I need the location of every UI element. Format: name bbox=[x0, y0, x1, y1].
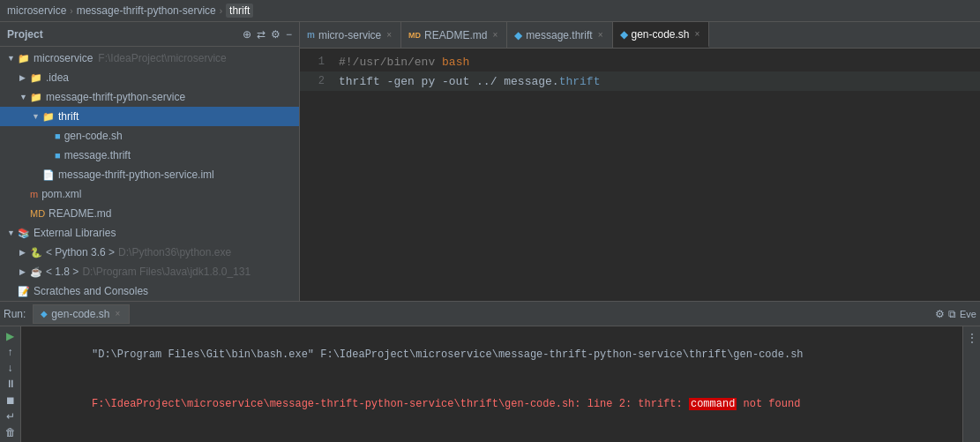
scroll-down-button[interactable]: ↓ bbox=[3, 362, 19, 374]
editor-area: m micro-service × MD README.md × ◆ messa… bbox=[300, 22, 980, 301]
settings-icon[interactable]: ⚙ bbox=[271, 28, 281, 41]
tab-close-micro-service[interactable]: × bbox=[385, 29, 393, 41]
tab-readme[interactable]: MD README.md × bbox=[401, 22, 507, 48]
line-num-1: 1 bbox=[300, 56, 335, 68]
tree-item-iml[interactable]: 📄 message-thrift-python-service.iml bbox=[0, 165, 299, 184]
tab-bar: m micro-service × MD README.md × ◆ messa… bbox=[300, 22, 980, 49]
breadcrumb-thrift[interactable]: thrift bbox=[226, 4, 253, 18]
tree-label-iml: message-thrift-python-service.iml bbox=[58, 169, 214, 181]
clear-button[interactable]: 🗑 bbox=[3, 426, 19, 438]
tab-message-thrift[interactable]: ◆ message.thrift × bbox=[507, 22, 612, 48]
run-error-highlight: command bbox=[689, 398, 737, 410]
arrow-ext-libs bbox=[7, 228, 16, 237]
breadcrumb-sep-1: › bbox=[70, 6, 72, 16]
tree-item-message-thrift[interactable]: ■ message.thrift bbox=[0, 146, 299, 165]
tree-path-java: D:\Program Files\Java\jdk1.8.0_131 bbox=[82, 266, 251, 278]
scroll-up-button[interactable]: ↑ bbox=[3, 346, 19, 358]
run-panel: Run: ◆ gen-code.sh × ⚙ ⧉ Eve ▶ ↑ ↓ ⏸ ⏹ ↵ bbox=[0, 301, 980, 442]
arrow-msg-thrift bbox=[19, 93, 28, 101]
content-area: Project ⊕ ⇄ ⚙ − 📁 microservice F:\IdeaPr… bbox=[0, 22, 980, 301]
run-line-1: "D:\Program Files\Git\bin\bash.exe" F:\I… bbox=[28, 330, 955, 379]
collapse-icon[interactable]: ⇄ bbox=[257, 28, 266, 41]
breadcrumb-microservice[interactable]: microservice bbox=[7, 4, 66, 17]
run-tab-left: Run: ◆ gen-code.sh × bbox=[4, 304, 130, 324]
tab-label-readme: README.md bbox=[424, 29, 487, 41]
run-text-area[interactable]: "D:\Program Files\Git\bin\bash.exe" F:\I… bbox=[21, 326, 962, 442]
tree-item-ext-libs[interactable]: 📚 External Libraries bbox=[0, 223, 299, 243]
code-line-2: 2 thrift -gen py -out ../ message.thrift bbox=[300, 71, 980, 91]
code-line-1: 1 #!/usr/bin/env bash bbox=[300, 52, 980, 71]
tab-micro-service[interactable]: m micro-service × bbox=[300, 22, 401, 48]
line-content-1: #!/usr/bin/env bash bbox=[335, 55, 980, 70]
run-right-toolbar: ⋮ bbox=[962, 326, 980, 442]
tree-label-message-thrift: message.thrift bbox=[64, 149, 131, 161]
file-icon-python: 🐍 bbox=[30, 247, 42, 258]
tree-item-thrift[interactable]: 📁 thrift bbox=[0, 107, 299, 126]
tree-label-readme: README.md bbox=[49, 207, 111, 220]
tree-item-pom[interactable]: m pom.xml bbox=[0, 184, 299, 204]
run-button[interactable]: ▶ bbox=[3, 330, 19, 342]
pause-button[interactable]: ⏸ bbox=[3, 378, 19, 390]
tree-item-python[interactable]: 🐍 < Python 3.6 > D:\Python36\python.exe bbox=[0, 243, 299, 262]
tab-close-gen-code[interactable]: × bbox=[693, 28, 702, 40]
tree-path-python: D:\Python36\python.exe bbox=[118, 246, 231, 258]
tab-icon-micro-service: m bbox=[307, 30, 315, 40]
tree-label-idea: .idea bbox=[46, 71, 69, 84]
tab-icon-gen-code: ◆ bbox=[620, 28, 628, 41]
tree-item-readme[interactable]: MD README.md bbox=[0, 204, 299, 223]
run-line-1-text: "D:\Program Files\Git\bin\bash.exe" F:\I… bbox=[92, 348, 804, 361]
breadcrumb-msg-service[interactable]: message-thrift-python-service bbox=[77, 4, 216, 17]
minimize-icon[interactable]: − bbox=[286, 28, 292, 41]
run-right-icon[interactable]: ⋮ bbox=[964, 330, 980, 346]
tree-item-msg-thrift[interactable]: 📁 message-thrift-python-service bbox=[0, 87, 299, 107]
tab-close-readme[interactable]: × bbox=[490, 29, 499, 41]
folder-icon-msg-thrift: 📁 bbox=[30, 92, 42, 103]
sidebar-toolbar: ⊕ ⇄ ⚙ − bbox=[243, 28, 292, 41]
tree-label-gen-code: gen-code.sh bbox=[64, 130, 123, 142]
run-left-toolbar: ▶ ↑ ↓ ⏸ ⏹ ↵ 🗑 bbox=[0, 326, 21, 442]
breadcrumb-sep-2: › bbox=[220, 6, 222, 16]
tree-label-java: < 1.8 > bbox=[46, 266, 79, 278]
arrow-java bbox=[19, 267, 28, 276]
file-icon-ext-libs: 📚 bbox=[18, 228, 30, 239]
run-line-2-text-after: not found bbox=[737, 398, 800, 410]
tab-icon-message-thrift: ◆ bbox=[514, 29, 522, 41]
tab-label-message-thrift: message.thrift bbox=[526, 29, 592, 41]
tree-path-microservice: F:\IdeaProject\microservice bbox=[98, 52, 226, 64]
sidebar-title: Project bbox=[7, 28, 43, 41]
tree-label-msg-thrift: message-thrift-python-service bbox=[46, 91, 185, 103]
soft-wrap-button[interactable]: ↵ bbox=[3, 410, 19, 423]
run-tab-close[interactable]: × bbox=[113, 308, 122, 319]
run-tab-gen-code[interactable]: ◆ gen-code.sh × bbox=[33, 304, 130, 324]
run-line-3 bbox=[28, 429, 955, 442]
add-icon[interactable]: ⊕ bbox=[243, 28, 251, 41]
run-line-2: F:\IdeaProject\microservice\message-thri… bbox=[28, 379, 955, 429]
breadcrumb-bar: microservice › message-thrift-python-ser… bbox=[0, 0, 980, 22]
tree-item-gen-code[interactable]: ■ gen-code.sh bbox=[0, 126, 299, 146]
tab-gen-code[interactable]: ◆ gen-code.sh × bbox=[613, 22, 710, 48]
tab-close-message-thrift[interactable]: × bbox=[596, 29, 605, 41]
tree-item-microservice[interactable]: 📁 microservice F:\IdeaProject\microservi… bbox=[0, 49, 299, 68]
tree-item-scratches[interactable]: 📝 Scratches and Consoles bbox=[0, 281, 299, 301]
stop-button[interactable]: ⏹ bbox=[3, 394, 19, 407]
run-tab-icons: ⚙ ⧉ Eve bbox=[935, 308, 976, 320]
tree-label-thrift: thrift bbox=[58, 110, 79, 123]
file-icon-iml: 📄 bbox=[42, 169, 55, 181]
run-tab-bar: Run: ◆ gen-code.sh × ⚙ ⧉ Eve bbox=[0, 302, 980, 326]
editor-content[interactable]: 1 #!/usr/bin/env bash 2 thrift -gen py -… bbox=[300, 49, 980, 301]
tree-item-idea[interactable]: 📁 .idea bbox=[0, 68, 299, 87]
arrow-thrift bbox=[32, 112, 41, 121]
file-icon-readme: MD bbox=[30, 208, 45, 219]
tab-icon-readme: MD bbox=[408, 31, 421, 40]
line-content-2: thrift -gen py -out ../ message.thrift bbox=[335, 74, 980, 89]
file-icon-java: ☕ bbox=[30, 266, 42, 278]
run-content: ▶ ↑ ↓ ⏸ ⏹ ↵ 🗑 "D:\Program Files\Git\bin\… bbox=[0, 326, 980, 442]
tree-label-scratches: Scratches and Consoles bbox=[34, 285, 148, 297]
arrow-idea bbox=[19, 73, 28, 82]
sidebar: Project ⊕ ⇄ ⚙ − 📁 microservice F:\IdeaPr… bbox=[0, 22, 300, 301]
file-icon-pom: m bbox=[30, 189, 38, 199]
file-icon-message-thrift: ■ bbox=[55, 150, 61, 161]
expand-run-icon[interactable]: ⧉ bbox=[948, 308, 956, 320]
settings-run-icon[interactable]: ⚙ bbox=[935, 308, 945, 320]
tree-item-java[interactable]: ☕ < 1.8 > D:\Program Files\Java\jdk1.8.0… bbox=[0, 262, 299, 281]
